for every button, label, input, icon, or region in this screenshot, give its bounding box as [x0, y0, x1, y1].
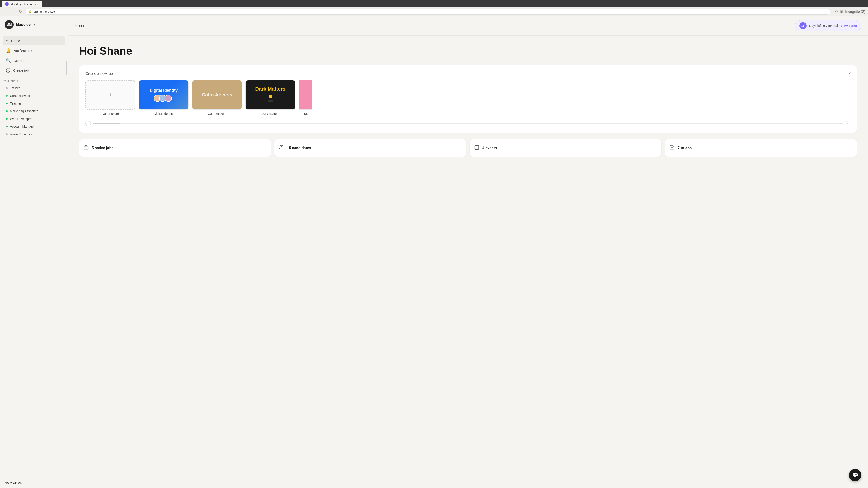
- plus-icon: +: [108, 91, 112, 98]
- template-thumbnail: Dark Matters: [246, 80, 295, 109]
- svg-point-1: [268, 100, 273, 102]
- job-status-dot: [6, 103, 8, 104]
- bell-icon: 🔔: [6, 48, 11, 53]
- stat-candidates: 15 candidates: [274, 139, 466, 157]
- job-item-content-writer[interactable]: Content Writer: [3, 92, 65, 99]
- svg-point-3: [280, 145, 282, 147]
- digital-identity-preview: Digital Identity: [139, 80, 188, 109]
- template-scroll-indicator: ‹ ›: [86, 119, 850, 126]
- main-body: Hoi Shane Create a new job × + No templa…: [68, 36, 868, 488]
- template-thumbnail: +: [86, 80, 135, 109]
- active-tab[interactable]: Moodjoy · Homerun ×: [2, 1, 42, 7]
- sidebar-item-label: Notifications: [13, 49, 32, 53]
- sidebar-item-notifications[interactable]: 🔔 Notifications: [3, 46, 65, 55]
- template-dark-matters[interactable]: Dark Matters Dark Matters: [246, 80, 295, 116]
- stat-todos-value: 7 to-dos: [678, 146, 692, 150]
- forward-button[interactable]: →: [10, 9, 16, 15]
- job-status-dot: [6, 118, 8, 120]
- template-label: Rac: [303, 112, 309, 116]
- url-bar[interactable]: 🔒 app.homerun.co: [25, 8, 831, 15]
- chevron-down-icon: ▾: [17, 79, 18, 83]
- sidebar-scrollbar-thumb: [66, 61, 67, 75]
- template-calm-access[interactable]: Calm Access Calm Access: [192, 80, 242, 116]
- stat-active-jobs-value: 5 active jobs: [92, 146, 114, 150]
- incognito-button[interactable]: Incognito (2): [845, 10, 865, 14]
- back-button[interactable]: ←: [3, 9, 8, 15]
- checklist-icon: [670, 145, 675, 151]
- homerun-logo: HOMERUN: [4, 481, 63, 484]
- job-item-label: Teacher: [10, 102, 21, 105]
- job-item-label: Content Writer: [10, 94, 30, 98]
- url-text: app.homerun.co: [34, 10, 55, 13]
- chat-button[interactable]: 💬: [849, 469, 861, 481]
- job-status-dot: [6, 126, 8, 127]
- reload-button[interactable]: ↻: [18, 8, 23, 15]
- template-no-template[interactable]: + No template: [86, 80, 135, 116]
- job-item-visual-designer[interactable]: Visual Designer: [3, 131, 65, 138]
- calendar-icon: [474, 145, 479, 151]
- stats-row: 5 active jobs 15 candidates: [79, 139, 857, 157]
- scroll-track: [93, 123, 843, 124]
- browser-nav-right: ☆ ▥ Incognito (2): [835, 9, 865, 14]
- chevron-down-icon[interactable]: ▾: [34, 23, 35, 26]
- create-job-card: Create a new job × + No template: [79, 65, 857, 133]
- sidebar-footer: HOMERUN: [0, 477, 68, 488]
- tab-close-button[interactable]: ×: [38, 2, 39, 6]
- template-label: Calm Access: [208, 112, 226, 116]
- dark-matters-figure: [266, 94, 275, 104]
- briefcase-icon: [84, 145, 89, 151]
- create-job-title: Create a new job: [86, 72, 850, 76]
- sidebar-item-label: Home: [11, 39, 20, 43]
- svg-rect-4: [475, 146, 479, 150]
- job-status-dot: [6, 110, 8, 112]
- face-avatar: [164, 95, 172, 102]
- stat-events: 4 events: [470, 139, 661, 157]
- calm-access-text: Calm Access: [202, 92, 232, 98]
- tab-title: Moodjoy · Homerun: [10, 2, 36, 6]
- template-thumbnail: [299, 80, 312, 109]
- browser-tab-bar: Moodjoy · Homerun × +: [0, 0, 868, 7]
- tab-favicon: [5, 2, 8, 6]
- scroll-left-button[interactable]: ‹: [86, 121, 91, 126]
- job-item-web-developer[interactable]: Web Developer: [3, 115, 65, 123]
- scroll-right-button[interactable]: ›: [845, 121, 850, 126]
- sidebar-item-label: Create job: [13, 68, 29, 72]
- your-jobs-label: Your jobs ▾: [0, 77, 68, 84]
- template-label: No template: [102, 112, 119, 116]
- bookmark-button[interactable]: ☆: [835, 9, 838, 14]
- sidebar-item-home[interactable]: ⌂ Home: [3, 36, 65, 45]
- template-digital-identity[interactable]: Digital Identity Digital Identity: [139, 80, 188, 116]
- url-lock-icon: 🔒: [29, 10, 32, 13]
- sidebar-toggle-button[interactable]: ▥: [840, 9, 843, 14]
- stat-active-jobs: 5 active jobs: [79, 139, 271, 157]
- template-rac[interactable]: Rac: [299, 80, 312, 116]
- calm-access-preview: Calm Access: [192, 80, 242, 109]
- sidebar-item-search[interactable]: 🔍 Search: [3, 56, 65, 65]
- company-name: Moodjoy: [16, 23, 31, 27]
- template-label: Digital Identity: [154, 112, 174, 116]
- greeting-heading: Hoi Shane: [79, 45, 857, 57]
- page-title: Home: [74, 24, 86, 28]
- job-item-label: Account Manager: [10, 125, 35, 128]
- new-tab-button[interactable]: +: [43, 1, 50, 7]
- sidebar-item-label: Search: [13, 59, 24, 63]
- job-status-dot: [6, 133, 8, 135]
- rac-preview: [299, 80, 312, 109]
- job-item-account-manager[interactable]: Account Manager: [3, 123, 65, 130]
- job-item-teacher[interactable]: Teacher: [3, 100, 65, 107]
- stat-candidates-value: 15 candidates: [287, 146, 311, 150]
- people-icon: [279, 145, 284, 151]
- close-create-job-button[interactable]: ×: [849, 70, 852, 75]
- job-item-marketing-associate[interactable]: Marketing Associate: [3, 107, 65, 115]
- view-plans-link[interactable]: View plans: [841, 24, 857, 28]
- home-icon: ⌂: [6, 38, 8, 43]
- search-icon: 🔍: [6, 58, 11, 63]
- sidebar-item-create-job[interactable]: + Create job: [3, 66, 65, 75]
- job-item-trainer[interactable]: Trainer: [3, 85, 65, 92]
- svg-point-0: [269, 95, 272, 98]
- template-thumbnail: Calm Access: [192, 80, 242, 109]
- sidebar-scrollbar[interactable]: [66, 16, 68, 488]
- browser-navigation: ← → ↻ 🔒 app.homerun.co ☆ ▥ Incognito (2): [0, 7, 868, 16]
- sidebar: MM Moodjoy ▾ ⌂ Home 🔔 Notifications 🔍 Se…: [0, 16, 68, 488]
- job-status-dot: [6, 87, 8, 89]
